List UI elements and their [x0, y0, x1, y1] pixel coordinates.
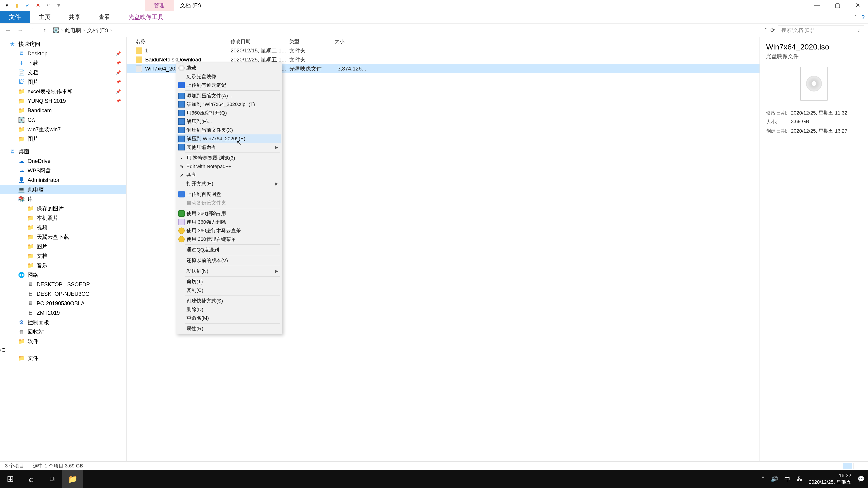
tree-network[interactable]: 网络	[0, 270, 126, 280]
back-button[interactable]: ←	[4, 26, 12, 34]
context-menu-item[interactable]: 使用 360管理右键菜单	[177, 235, 281, 243]
tree-item[interactable]: 音乐	[0, 261, 126, 270]
context-menu-item[interactable]: 删除(D)	[177, 305, 281, 314]
tree-item[interactable]: win7重装win7	[0, 125, 126, 134]
context-menu[interactable]: 装载刻录光盘映像上传到有道云笔记添加到压缩文件(A)...添加到 "Win7x6…	[176, 63, 282, 334]
up-button[interactable]: ↑	[41, 26, 49, 34]
context-menu-item[interactable]: 发送到(N)▶	[177, 267, 281, 275]
tree-item[interactable]: Bandicam	[0, 106, 126, 115]
tree-item[interactable]: 文档📌	[0, 68, 126, 77]
context-menu-item[interactable]: 通过QQ发送到	[177, 246, 281, 254]
context-menu-item[interactable]: 共享	[177, 171, 281, 180]
context-menu-item[interactable]: 剪切(T)	[177, 278, 281, 286]
check-icon[interactable]: ✓	[23, 1, 32, 10]
file-row[interactable]: 12020/12/15, 星期二 1...文件夹	[127, 46, 760, 55]
tree-item[interactable]: 文档	[0, 251, 126, 261]
undo-icon[interactable]: ↶	[44, 1, 53, 10]
ribbon-expand-icon[interactable]: ˅	[854, 14, 857, 20]
view-details-button[interactable]	[843, 463, 852, 469]
tree-item[interactable]: 文件	[0, 353, 126, 363]
ribbon-tab-share[interactable]: 共享	[60, 11, 90, 23]
tree-item[interactable]: 回收站	[0, 327, 126, 337]
tree-item[interactable]: G:\	[0, 115, 126, 125]
tree-quick-access[interactable]: 快速访问	[0, 39, 126, 49]
chevron-right-icon[interactable]: ›	[61, 28, 63, 33]
col-name[interactable]: 名称	[127, 38, 230, 45]
context-menu-item[interactable]: 添加到压缩文件(A)...	[177, 92, 281, 100]
refresh-icon[interactable]: ⟳	[770, 27, 775, 33]
context-menu-item[interactable]: 添加到 "Win7x64_2020.zip" (T)	[177, 100, 281, 109]
tree-item[interactable]: 图片	[0, 134, 126, 144]
tree-item[interactable]: 库	[0, 194, 126, 204]
col-size[interactable]: 大小	[335, 38, 371, 45]
col-date[interactable]: 修改日期	[230, 38, 289, 45]
tree-item-this-pc[interactable]: 此电脑	[0, 185, 126, 194]
task-view-button[interactable]	[41, 470, 62, 488]
start-button[interactable]	[0, 470, 21, 488]
tree-item[interactable]: WPS网盘	[0, 166, 126, 175]
context-menu-item[interactable]: 上传到有道云笔记	[177, 81, 281, 90]
tree-item[interactable]: 图片📌	[0, 77, 126, 87]
context-menu-item[interactable]: 使用 360进行木马云查杀	[177, 226, 281, 235]
network-icon[interactable]: 🖧	[797, 476, 802, 483]
context-menu-item[interactable]: 使用 360解除占用	[177, 209, 281, 218]
tree-item[interactable]: 保存的图片	[0, 204, 126, 213]
maximize-button[interactable]: ▢	[827, 0, 848, 11]
qat-dropdown-icon[interactable]: ▾	[2, 1, 11, 10]
tree-item[interactable]: DESKTOP-LSSOEDP	[0, 280, 126, 289]
action-center-icon[interactable]: 💬	[858, 476, 865, 483]
help-icon[interactable]: ?	[862, 14, 865, 20]
ribbon-tab-home[interactable]: 主页	[30, 11, 60, 23]
tree-item[interactable]: 图片	[0, 242, 126, 251]
chevron-right-icon[interactable]: ›	[110, 28, 112, 33]
tree-desktop[interactable]: 桌面	[0, 147, 126, 156]
tree-item[interactable]: ZMT2019	[0, 308, 126, 318]
context-menu-item[interactable]: 复制(C)	[177, 286, 281, 295]
tree-item[interactable]: Desktop📌	[0, 49, 126, 58]
context-menu-item[interactable]: ✎Edit with Notepad++	[177, 162, 281, 171]
context-menu-item[interactable]: 解压到(F)...	[177, 117, 281, 126]
context-menu-item[interactable]: 打开方式(H)▶	[177, 180, 281, 188]
minimize-button[interactable]: —	[807, 0, 827, 11]
column-headers[interactable]: 名称 修改日期 类型 大小	[127, 37, 760, 46]
crumb-this-pc[interactable]: 此电脑	[65, 27, 81, 34]
forward-button[interactable]: →	[16, 26, 24, 34]
context-menu-item[interactable]: 装载	[177, 64, 281, 72]
folder-icon[interactable]: ▮	[13, 1, 22, 10]
context-menu-item[interactable]: 解压到当前文件夹(X)	[177, 126, 281, 134]
close-button[interactable]: ✕	[848, 0, 868, 11]
col-type[interactable]: 类型	[289, 38, 335, 45]
tree-item[interactable]: YUNQISHI2019📌	[0, 96, 126, 106]
tree-item[interactable]: PC-20190530OBLA	[0, 299, 126, 308]
crumb-location[interactable]: 文档 (E:)	[87, 27, 108, 34]
qat-more-icon[interactable]: ▼	[54, 1, 63, 10]
tree-item[interactable]: 软件	[0, 337, 126, 346]
tree-item[interactable]: DESKTOP-NJEU3CG	[0, 289, 126, 299]
breadcrumb[interactable]: 💽 › 此电脑 › 文档 (E:) ›	[53, 27, 761, 34]
context-menu-item[interactable]: ·用 蜂蜜浏览器 浏览(3)	[177, 154, 281, 162]
context-menu-item[interactable]: 还原以前的版本(V)	[177, 256, 281, 265]
tree-item[interactable]: 下载📌	[0, 58, 126, 68]
context-menu-item[interactable]: 其他压缩命令▶	[177, 143, 281, 152]
clock[interactable]: 16:32 2020/12/25, 星期五	[809, 473, 851, 485]
system-tray[interactable]: ˄ 🔊 中 🖧 16:32 2020/12/25, 星期五 💬	[762, 473, 868, 485]
context-menu-item[interactable]: 创建快捷方式(S)	[177, 297, 281, 305]
taskbar-explorer-button[interactable]	[62, 470, 83, 488]
chevron-right-icon[interactable]: ›	[84, 28, 85, 33]
ribbon-tab-file[interactable]: 文件	[0, 11, 30, 23]
context-menu-item[interactable]: 用360压缩打开(Q)	[177, 109, 281, 117]
ribbon-tab-disc-tools[interactable]: 光盘映像工具	[119, 11, 173, 23]
view-icons-button[interactable]	[854, 463, 863, 469]
address-dropdown-icon[interactable]: ˅	[765, 27, 767, 33]
context-menu-item[interactable]: 属性(R)	[177, 324, 281, 333]
tree-item[interactable]: 本机照片	[0, 213, 126, 223]
navigation-tree[interactable]: 快速访问 Desktop📌 下载📌 文档📌 图片📌 excel表格制作求和📌 Y…	[0, 37, 127, 461]
tree-item[interactable]: excel表格制作求和📌	[0, 87, 126, 96]
ime-icon[interactable]: 中	[784, 475, 790, 483]
tree-item[interactable]: 天翼云盘下载	[0, 232, 126, 242]
taskbar[interactable]: ˄ 🔊 中 🖧 16:32 2020/12/25, 星期五 💬	[0, 470, 868, 488]
tree-item[interactable]: 视频	[0, 223, 126, 232]
contextual-tab-manage[interactable]: 管理	[145, 0, 174, 11]
volume-icon[interactable]: 🔊	[771, 476, 778, 483]
taskbar-search-button[interactable]	[21, 470, 41, 488]
